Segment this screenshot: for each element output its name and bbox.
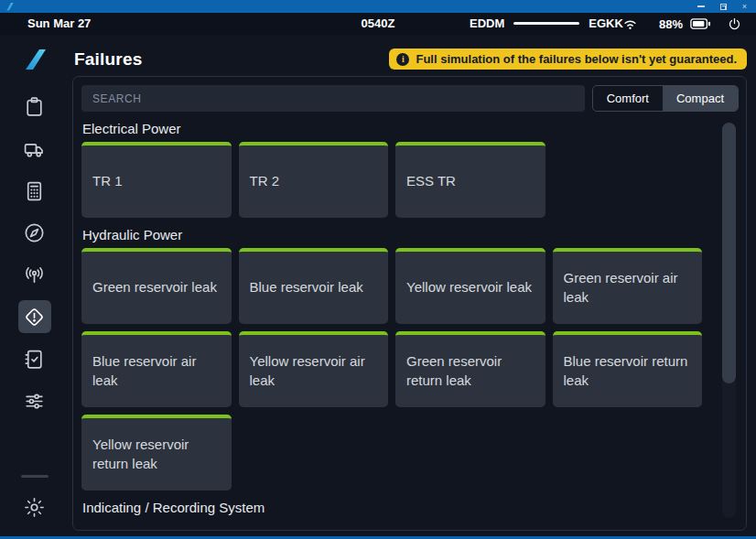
wifi-icon bbox=[621, 16, 639, 31]
minimize-icon bbox=[697, 5, 705, 7]
flight-progress: EDDM EGKK bbox=[470, 16, 623, 30]
failure-card[interactable]: ESS TR bbox=[395, 142, 545, 218]
scrollbar-track[interactable] bbox=[722, 123, 736, 518]
truck-icon bbox=[23, 137, 46, 160]
calculator-icon bbox=[23, 179, 46, 202]
maximize-button[interactable] bbox=[720, 3, 727, 11]
warning-banner: i Full simulation of the failures below … bbox=[389, 49, 747, 70]
sidebar-item-performance[interactable] bbox=[18, 174, 51, 207]
efb-statusbar: Sun Mar 27 0540Z EDDM EGKK 88% bbox=[0, 13, 756, 35]
minimize-button[interactable] bbox=[697, 3, 705, 11]
banner-text: Full simulation of the failures below is… bbox=[416, 52, 737, 66]
close-icon: × bbox=[742, 3, 747, 11]
failure-card-label: Blue reservoir leak bbox=[250, 278, 363, 296]
app-icon bbox=[5, 3, 14, 11]
sidebar-divider bbox=[21, 475, 49, 478]
failure-card-label: Green reservoir air leak bbox=[564, 269, 692, 307]
sidebar-item-navigation[interactable] bbox=[18, 216, 51, 249]
failure-card-label: Blue reservoir return leak bbox=[564, 352, 692, 390]
section-title: Indicating / Recording System bbox=[82, 500, 702, 515]
clipboard-icon bbox=[23, 95, 46, 118]
info-icon: i bbox=[396, 53, 409, 66]
view-option-compact[interactable]: Compact bbox=[663, 86, 738, 111]
sidebar-item-presets[interactable] bbox=[18, 384, 51, 417]
sidebar-item-atc[interactable] bbox=[18, 258, 51, 291]
failure-card[interactable]: Blue reservoir air leak bbox=[81, 331, 232, 407]
main-content: Failures i Full simulation of the failur… bbox=[69, 35, 756, 536]
restore-icon bbox=[720, 4, 727, 10]
destination-airport: EGKK bbox=[589, 16, 623, 30]
failure-card-label: TR 1 bbox=[92, 172, 123, 190]
failure-card[interactable]: TR 1 bbox=[81, 142, 232, 218]
sidebar-item-dispatch[interactable] bbox=[18, 132, 51, 165]
failure-card[interactable]: Green reservoir leak bbox=[81, 248, 232, 324]
os-titlebar: × bbox=[0, 0, 756, 13]
sidebar-item-settings[interactable] bbox=[18, 490, 51, 523]
checklist-icon bbox=[23, 348, 46, 371]
cards-grid: Green reservoir leakBlue reservoir leakY… bbox=[81, 248, 702, 490]
failure-card-label: Green reservoir leak bbox=[92, 278, 217, 296]
search-input[interactable] bbox=[81, 85, 585, 112]
status-date: Sun Mar 27 bbox=[27, 16, 91, 30]
scrollbar-thumb[interactable] bbox=[722, 123, 736, 383]
app-window: × Sun Mar 27 0540Z EDDM EGKK 88% bbox=[0, 0, 756, 539]
failure-card[interactable]: Green reservoir air leak bbox=[553, 248, 703, 324]
sidebar-item-dashboard[interactable] bbox=[18, 90, 51, 123]
status-time-utc: 0540Z bbox=[362, 16, 395, 30]
failure-card[interactable]: Blue reservoir leak bbox=[239, 248, 389, 324]
failure-card[interactable]: Green reservoir return leak bbox=[395, 331, 545, 407]
warning-diamond-icon bbox=[23, 306, 46, 329]
close-button[interactable]: × bbox=[742, 3, 747, 11]
failure-card-label: Green reservoir return leak bbox=[406, 352, 535, 390]
section-title: Electrical Power bbox=[82, 121, 702, 136]
failure-card-label: ESS TR bbox=[406, 172, 456, 190]
origin-airport: EDDM bbox=[470, 16, 504, 30]
failures-panel: ComfortCompact Electrical PowerTR 1TR 2E… bbox=[72, 76, 747, 531]
view-toggle: ComfortCompact bbox=[592, 85, 739, 112]
battery-percent: 88% bbox=[659, 17, 683, 31]
flight-progress-bar bbox=[513, 22, 579, 25]
view-option-comfort[interactable]: Comfort bbox=[593, 86, 663, 111]
sliders-icon bbox=[23, 390, 46, 413]
failure-card-label: Blue reservoir air leak bbox=[92, 352, 221, 390]
failure-card[interactable]: Yellow reservoir return leak bbox=[81, 415, 232, 490]
cards-grid: TR 1TR 2ESS TR bbox=[81, 142, 702, 218]
broadcast-icon bbox=[23, 264, 46, 286]
page-title: Failures bbox=[74, 49, 142, 70]
section-title: Hydraulic Power bbox=[82, 227, 702, 243]
battery-icon bbox=[690, 17, 711, 30]
failure-sections: Electrical PowerTR 1TR 2ESS TRHydraulic … bbox=[81, 121, 739, 515]
power-icon[interactable] bbox=[728, 17, 741, 31]
failure-card-label: TR 2 bbox=[250, 172, 280, 190]
failure-card[interactable]: TR 2 bbox=[239, 142, 389, 218]
sidebar-item-checklists[interactable] bbox=[18, 342, 51, 375]
failure-card-label: Yellow reservoir return leak bbox=[92, 436, 221, 473]
failure-card[interactable]: Blue reservoir return leak bbox=[553, 331, 703, 407]
failure-card-label: Yellow reservoir air leak bbox=[250, 352, 378, 390]
flybywire-logo bbox=[19, 44, 50, 75]
failure-card-label: Yellow reservoir leak bbox=[406, 278, 532, 296]
failure-card[interactable]: Yellow reservoir air leak bbox=[239, 331, 389, 407]
failure-card[interactable]: Yellow reservoir leak bbox=[395, 248, 545, 324]
gear-icon bbox=[23, 496, 46, 519]
sidebar-item-failures[interactable] bbox=[18, 300, 51, 333]
sidebar-nav bbox=[0, 35, 69, 536]
compass-icon bbox=[23, 221, 46, 244]
